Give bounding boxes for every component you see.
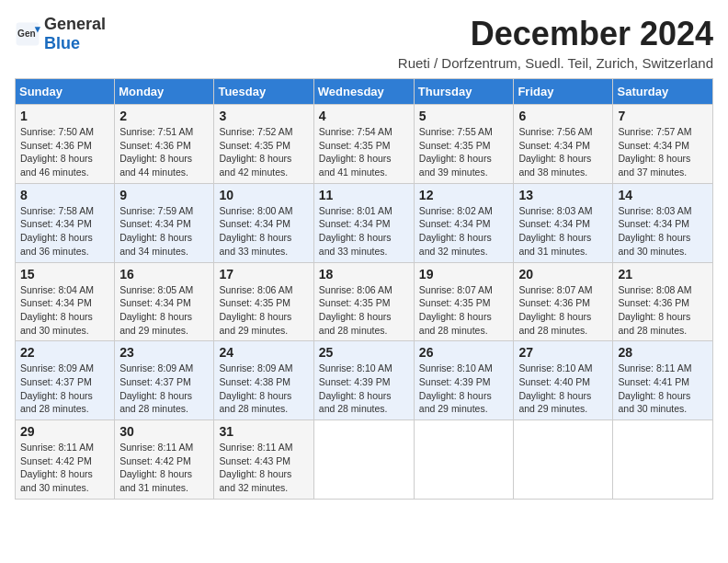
day-number: 29 xyxy=(20,424,109,439)
day-number: 30 xyxy=(119,424,209,439)
weekday-header: Wednesday xyxy=(313,79,414,105)
calendar-cell: 2 Sunrise: 7:51 AM Sunset: 4:36 PM Dayli… xyxy=(115,105,214,184)
calendar-cell: 28 Sunrise: 8:11 AM Sunset: 4:41 PM Dayl… xyxy=(613,341,713,420)
calendar-week-row: 1 Sunrise: 7:50 AM Sunset: 4:36 PM Dayli… xyxy=(16,105,713,184)
day-number: 8 xyxy=(20,188,109,202)
day-number: 21 xyxy=(618,267,708,282)
location: Rueti / Dorfzentrum, Suedl. Teil, Zurich… xyxy=(398,55,713,71)
day-number: 1 xyxy=(20,109,109,123)
day-number: 17 xyxy=(219,267,308,282)
weekday-header: Tuesday xyxy=(214,79,313,105)
calendar-cell xyxy=(313,420,414,500)
svg-text:Gen: Gen xyxy=(17,29,36,39)
weekday-header: Monday xyxy=(115,79,214,105)
day-info: Sunrise: 7:54 AM Sunset: 4:35 PM Dayligh… xyxy=(319,125,409,179)
day-number: 10 xyxy=(219,188,308,202)
calendar-cell: 16 Sunrise: 8:05 AM Sunset: 4:34 PM Dayl… xyxy=(115,262,214,341)
weekday-header: Saturday xyxy=(613,79,713,105)
day-number: 4 xyxy=(319,109,409,123)
calendar-week-row: 8 Sunrise: 7:58 AM Sunset: 4:34 PM Dayli… xyxy=(16,183,713,262)
day-info: Sunrise: 8:07 AM Sunset: 4:35 PM Dayligh… xyxy=(419,283,509,338)
day-number: 6 xyxy=(518,109,608,123)
calendar-cell: 21 Sunrise: 8:08 AM Sunset: 4:36 PM Dayl… xyxy=(613,262,713,341)
day-info: Sunrise: 8:10 AM Sunset: 4:39 PM Dayligh… xyxy=(419,362,509,416)
day-info: Sunrise: 8:10 AM Sunset: 4:40 PM Dayligh… xyxy=(518,362,608,416)
calendar-cell: 5 Sunrise: 7:55 AM Sunset: 4:35 PM Dayli… xyxy=(414,105,514,184)
day-number: 28 xyxy=(618,345,708,360)
day-number: 25 xyxy=(319,345,409,360)
calendar-cell xyxy=(613,420,713,500)
calendar-week-row: 15 Sunrise: 8:04 AM Sunset: 4:34 PM Dayl… xyxy=(16,262,713,341)
calendar-cell: 11 Sunrise: 8:01 AM Sunset: 4:34 PM Dayl… xyxy=(313,183,414,262)
calendar-cell: 10 Sunrise: 8:00 AM Sunset: 4:34 PM Dayl… xyxy=(214,183,313,262)
calendar-cell: 24 Sunrise: 8:09 AM Sunset: 4:38 PM Dayl… xyxy=(214,341,313,420)
calendar-header-row: SundayMondayTuesdayWednesdayThursdayFrid… xyxy=(16,79,713,105)
calendar-cell: 26 Sunrise: 8:10 AM Sunset: 4:39 PM Dayl… xyxy=(414,341,514,420)
calendar-cell: 30 Sunrise: 8:11 AM Sunset: 4:42 PM Dayl… xyxy=(115,420,214,500)
weekday-header: Sunday xyxy=(16,79,115,105)
title-area: December 2024 Rueti / Dorfzentrum, Suedl… xyxy=(398,15,713,71)
day-number: 26 xyxy=(419,345,509,360)
calendar-cell: 19 Sunrise: 8:07 AM Sunset: 4:35 PM Dayl… xyxy=(414,262,514,341)
day-number: 20 xyxy=(518,267,608,282)
day-info: Sunrise: 8:11 AM Sunset: 4:41 PM Dayligh… xyxy=(618,362,708,416)
day-number: 11 xyxy=(319,188,409,202)
calendar-cell: 3 Sunrise: 7:52 AM Sunset: 4:35 PM Dayli… xyxy=(214,105,313,184)
logo-icon: Gen xyxy=(15,21,40,47)
day-info: Sunrise: 8:05 AM Sunset: 4:34 PM Dayligh… xyxy=(119,283,209,338)
logo: Gen General Blue xyxy=(15,15,106,53)
day-info: Sunrise: 7:58 AM Sunset: 4:34 PM Dayligh… xyxy=(20,204,109,259)
day-number: 7 xyxy=(618,109,708,123)
calendar-cell: 7 Sunrise: 7:57 AM Sunset: 4:34 PM Dayli… xyxy=(613,105,713,184)
day-info: Sunrise: 8:09 AM Sunset: 4:37 PM Dayligh… xyxy=(119,362,209,416)
calendar-cell: 29 Sunrise: 8:11 AM Sunset: 4:42 PM Dayl… xyxy=(16,420,115,500)
day-info: Sunrise: 8:01 AM Sunset: 4:34 PM Dayligh… xyxy=(319,204,409,259)
calendar-cell: 9 Sunrise: 7:59 AM Sunset: 4:34 PM Dayli… xyxy=(115,183,214,262)
day-info: Sunrise: 7:55 AM Sunset: 4:35 PM Dayligh… xyxy=(419,125,509,179)
day-number: 5 xyxy=(419,109,509,123)
calendar-cell: 31 Sunrise: 8:11 AM Sunset: 4:43 PM Dayl… xyxy=(214,420,313,500)
day-number: 31 xyxy=(219,424,308,439)
day-info: Sunrise: 8:11 AM Sunset: 4:43 PM Dayligh… xyxy=(219,441,308,495)
day-number: 22 xyxy=(20,345,109,360)
day-number: 18 xyxy=(319,267,409,282)
day-number: 19 xyxy=(419,267,509,282)
day-info: Sunrise: 7:57 AM Sunset: 4:34 PM Dayligh… xyxy=(618,125,708,179)
calendar-cell: 12 Sunrise: 8:02 AM Sunset: 4:34 PM Dayl… xyxy=(414,183,514,262)
day-info: Sunrise: 8:06 AM Sunset: 4:35 PM Dayligh… xyxy=(319,283,409,338)
day-info: Sunrise: 7:51 AM Sunset: 4:36 PM Dayligh… xyxy=(119,125,209,179)
day-number: 13 xyxy=(518,188,608,202)
calendar-cell: 22 Sunrise: 8:09 AM Sunset: 4:37 PM Dayl… xyxy=(16,341,115,420)
day-info: Sunrise: 7:56 AM Sunset: 4:34 PM Dayligh… xyxy=(518,125,608,179)
calendar-cell xyxy=(514,420,613,500)
calendar-cell: 13 Sunrise: 8:03 AM Sunset: 4:34 PM Dayl… xyxy=(514,183,613,262)
day-info: Sunrise: 8:06 AM Sunset: 4:35 PM Dayligh… xyxy=(219,283,308,338)
calendar-cell: 27 Sunrise: 8:10 AM Sunset: 4:40 PM Dayl… xyxy=(514,341,613,420)
day-info: Sunrise: 8:08 AM Sunset: 4:36 PM Dayligh… xyxy=(618,283,708,338)
day-info: Sunrise: 8:04 AM Sunset: 4:34 PM Dayligh… xyxy=(20,283,109,338)
day-info: Sunrise: 8:09 AM Sunset: 4:38 PM Dayligh… xyxy=(219,362,308,416)
day-info: Sunrise: 8:03 AM Sunset: 4:34 PM Dayligh… xyxy=(518,204,608,259)
weekday-header: Friday xyxy=(514,79,613,105)
calendar-week-row: 22 Sunrise: 8:09 AM Sunset: 4:37 PM Dayl… xyxy=(16,341,713,420)
calendar-cell: 20 Sunrise: 8:07 AM Sunset: 4:36 PM Dayl… xyxy=(514,262,613,341)
weekday-header: Thursday xyxy=(414,79,514,105)
day-number: 23 xyxy=(119,345,209,360)
day-info: Sunrise: 8:09 AM Sunset: 4:37 PM Dayligh… xyxy=(20,362,109,416)
day-info: Sunrise: 8:11 AM Sunset: 4:42 PM Dayligh… xyxy=(20,441,109,495)
calendar-cell: 4 Sunrise: 7:54 AM Sunset: 4:35 PM Dayli… xyxy=(313,105,414,184)
month-title: December 2024 xyxy=(398,15,713,53)
calendar-cell: 25 Sunrise: 8:10 AM Sunset: 4:39 PM Dayl… xyxy=(313,341,414,420)
logo-general-text: General xyxy=(44,15,106,33)
calendar-cell: 1 Sunrise: 7:50 AM Sunset: 4:36 PM Dayli… xyxy=(16,105,115,184)
day-number: 24 xyxy=(219,345,308,360)
calendar-table: SundayMondayTuesdayWednesdayThursdayFrid… xyxy=(15,78,713,500)
day-info: Sunrise: 8:11 AM Sunset: 4:42 PM Dayligh… xyxy=(119,441,209,495)
day-number: 15 xyxy=(20,267,109,282)
calendar-cell: 14 Sunrise: 8:03 AM Sunset: 4:34 PM Dayl… xyxy=(613,183,713,262)
day-info: Sunrise: 8:02 AM Sunset: 4:34 PM Dayligh… xyxy=(419,204,509,259)
day-number: 12 xyxy=(419,188,509,202)
calendar-week-row: 29 Sunrise: 8:11 AM Sunset: 4:42 PM Dayl… xyxy=(16,420,713,500)
day-info: Sunrise: 8:03 AM Sunset: 4:34 PM Dayligh… xyxy=(618,204,708,259)
day-number: 16 xyxy=(119,267,209,282)
